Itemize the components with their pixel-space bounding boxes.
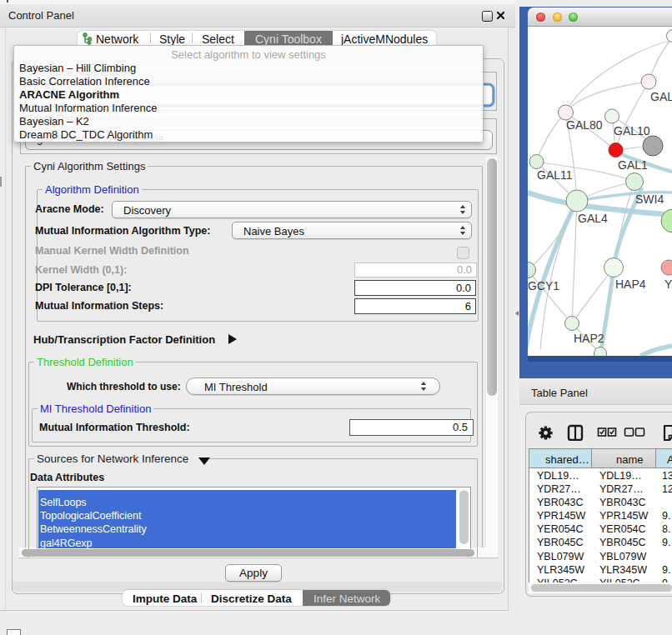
svg-text:HAP2: HAP2 bbox=[574, 332, 604, 345]
svg-text:SWI4: SWI4 bbox=[635, 192, 664, 206]
svg-text:GAL4: GAL4 bbox=[578, 212, 608, 225]
svg-text:GAL80: GAL80 bbox=[566, 118, 603, 132]
svg-text:GAL11: GAL11 bbox=[537, 168, 573, 182]
svg-text:GCY1: GCY1 bbox=[528, 279, 559, 292]
svg-text:GAL7: GAL7 bbox=[650, 90, 672, 103]
svg-text:HAP4: HAP4 bbox=[615, 278, 646, 291]
svg-text:YJ: YJ bbox=[664, 278, 672, 291]
svg-text:GAL10: GAL10 bbox=[614, 124, 650, 138]
svg-text:GAL1: GAL1 bbox=[618, 158, 648, 172]
